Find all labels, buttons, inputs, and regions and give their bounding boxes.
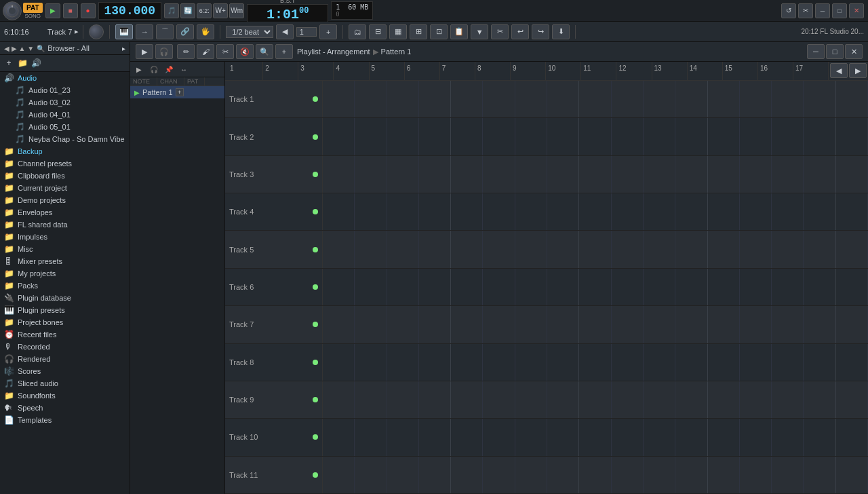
sidebar-item-my-projects[interactable]: 📁My projects xyxy=(0,267,130,280)
track-content-3[interactable] xyxy=(323,156,868,193)
zoom-icon[interactable]: 🔍 xyxy=(256,44,273,59)
pitch-dial[interactable] xyxy=(89,24,104,39)
scissors-icon[interactable]: ✂ xyxy=(798,3,813,18)
arrow-right-icon[interactable]: → xyxy=(136,24,153,39)
folder-icon[interactable]: 📁 xyxy=(16,57,28,69)
sidebar-item-templates[interactable]: 📄Templates xyxy=(0,414,130,426)
sidebar-item-recorded[interactable]: 🎙Recorded xyxy=(0,341,130,353)
track-content-10[interactable] xyxy=(323,419,868,455)
sidebar-item-sliced-audio[interactable]: 🎵Sliced audio xyxy=(0,377,130,390)
close-playlist-icon[interactable]: ✕ xyxy=(845,44,863,59)
plus-icon[interactable]: + xyxy=(275,44,293,59)
channel-icon[interactable]: ⊞ xyxy=(410,24,427,39)
view-icon[interactable]: 🗂 xyxy=(349,24,366,39)
search-icon-sm[interactable]: 🔍 xyxy=(37,45,45,52)
sidebar-item-audio[interactable]: 🔊Audio xyxy=(0,72,130,84)
stop-button[interactable]: ■ xyxy=(63,3,78,18)
tracks-scroll[interactable]: Track 1Track 2Track 3Track 4Track 5Track… xyxy=(225,81,868,494)
track-expand-icon[interactable]: ▸ xyxy=(75,27,77,36)
breadcrumb-pattern[interactable]: Pattern 1 xyxy=(381,48,412,56)
scroll-left-icon[interactable]: ◀ xyxy=(830,63,848,78)
pattern-play-icon[interactable]: ▶ xyxy=(133,63,145,75)
sidebar-item-demo-projects[interactable]: 📁Demo projects xyxy=(0,194,130,206)
step-btn[interactable]: 6:2: xyxy=(197,3,212,18)
play-button[interactable]: ▶ xyxy=(45,3,60,18)
expand-icon[interactable]: □ xyxy=(826,44,844,59)
play-small-icon[interactable]: ▶ xyxy=(136,44,153,59)
breadcrumb-playlist[interactable]: Playlist - Arrangement xyxy=(297,48,370,56)
cut-icon[interactable]: ✂ xyxy=(491,24,509,39)
sidebar-item-audio-01_23[interactable]: 🎵Audio 01_23 xyxy=(0,84,130,96)
sidebar-item-impulses[interactable]: 📁Impulses xyxy=(0,231,130,243)
curve-icon[interactable]: ⌒ xyxy=(156,24,174,39)
add-folder-icon[interactable]: + xyxy=(3,57,15,69)
track-content-5[interactable] xyxy=(323,231,868,267)
refresh-icon[interactable]: ↺ xyxy=(781,3,796,18)
sidebar-item-current-project[interactable]: 📁Current project xyxy=(0,182,130,194)
sidebar-item-channel-presets[interactable]: 📁Channel presets xyxy=(0,157,130,170)
sidebar-item-packs[interactable]: 📁Packs xyxy=(0,280,130,292)
sidebar-item-backup[interactable]: 📁Backup xyxy=(0,145,130,157)
pattern-expand-btn[interactable]: + xyxy=(176,88,184,96)
prev-beat-btn[interactable]: ◀ xyxy=(276,24,294,39)
sidebar-item-mixer-presets[interactable]: 🎛Mixer presets xyxy=(0,255,130,267)
pattern-headphone-icon[interactable]: 🎧 xyxy=(148,63,160,75)
headphone-icon[interactable]: 🎧 xyxy=(155,44,173,59)
collapse-icon[interactable]: ─ xyxy=(807,44,825,59)
beat-select[interactable]: 1/4 beat1/2 beat1 beat2 beat xyxy=(226,26,273,38)
sidebar-item-clipboard-files[interactable]: 📁Clipboard files xyxy=(0,170,130,182)
sidebar-item-plugin-presets[interactable]: 🎹Plugin presets xyxy=(0,304,130,316)
beat-number-input[interactable] xyxy=(296,27,317,37)
track-content-4[interactable] xyxy=(323,193,868,230)
paint-icon[interactable]: 🖌 xyxy=(197,44,214,59)
sidebar-item-audio-05_01[interactable]: 🎵Audio 05_01 xyxy=(0,121,130,133)
scroll-right-icon[interactable]: ▶ xyxy=(849,63,867,78)
split-icon[interactable]: ⊟ xyxy=(369,24,387,39)
stamp-icon[interactable]: 🖐 xyxy=(197,24,214,39)
plus-beat-btn[interactable]: + xyxy=(319,24,337,39)
min-btn[interactable]: ─ xyxy=(815,3,830,18)
track-content-7[interactable] xyxy=(323,306,868,343)
sidebar-item-envelopes[interactable]: 📁Envelopes xyxy=(0,206,130,218)
sidebar-item-recent-files[interactable]: ⏰Recent files xyxy=(0,328,130,341)
max-btn[interactable]: □ xyxy=(832,3,847,18)
fl-logo-dial[interactable] xyxy=(3,1,22,20)
mute-icon[interactable]: 🔇 xyxy=(236,44,254,59)
sidebar-item-scores[interactable]: 🎼Scores xyxy=(0,365,130,377)
mix-btn[interactable]: Wm xyxy=(229,3,244,18)
browser-expand-icon[interactable]: ▸ xyxy=(122,45,125,52)
track-content-6[interactable] xyxy=(323,269,868,305)
track-content-8[interactable] xyxy=(323,344,868,381)
close-icon[interactable]: ✕ xyxy=(849,3,864,18)
clip-icon[interactable]: 📋 xyxy=(450,24,468,39)
speaker-icon[interactable]: 🔊 xyxy=(30,57,42,69)
sidebar-item-audio-03_02[interactable]: 🎵Audio 03_02 xyxy=(0,96,130,109)
grid-icon[interactable]: ▦ xyxy=(389,24,407,39)
download-icon[interactable]: ⬇ xyxy=(552,24,570,39)
record-button[interactable]: ● xyxy=(81,3,96,18)
redo-icon[interactable]: ↪ xyxy=(532,24,549,39)
sidebar-item-audio-04_01[interactable]: 🎵Audio 04_01 xyxy=(0,109,130,121)
sidebar-item-speech[interactable]: 🗣Speech xyxy=(0,402,130,414)
sidebar-item-rendered[interactable]: 🎧Rendered xyxy=(0,353,130,365)
sidebar-item-project-bones[interactable]: 📁Project bones xyxy=(0,316,130,328)
pat-button[interactable]: PAT xyxy=(23,3,43,13)
track-content-9[interactable] xyxy=(323,381,868,418)
sidebar-item-soundfonts[interactable]: 📁Soundfonts xyxy=(0,390,130,402)
link-icon[interactable]: 🔗 xyxy=(176,24,194,39)
sidebar-item-plugin-database[interactable]: 🔌Plugin database xyxy=(0,292,130,304)
filter-icon[interactable]: ▼ xyxy=(471,24,488,39)
sidebar-item-neyba-chap---so-damn-vibe[interactable]: 🎵Neyba Chap - So Damn Vibe xyxy=(0,133,130,145)
erase-icon[interactable]: ✂ xyxy=(216,44,234,59)
marker-icon[interactable]: ⊡ xyxy=(430,24,448,39)
track-content-11[interactable] xyxy=(323,457,868,493)
sidebar-item-misc[interactable]: 📁Misc xyxy=(0,243,130,255)
track-content-2[interactable] xyxy=(323,118,868,155)
piano-icon[interactable]: 🎹 xyxy=(115,24,133,39)
loop-btn[interactable]: 🔄 xyxy=(180,3,195,18)
plus-btn[interactable]: W+ xyxy=(213,3,228,18)
undo-icon[interactable]: ↩ xyxy=(511,24,529,39)
pattern-pin-icon[interactable]: 📌 xyxy=(163,63,175,75)
metro-btn[interactable]: 🎵 xyxy=(164,3,179,18)
draw-icon[interactable]: ✏ xyxy=(177,44,195,59)
